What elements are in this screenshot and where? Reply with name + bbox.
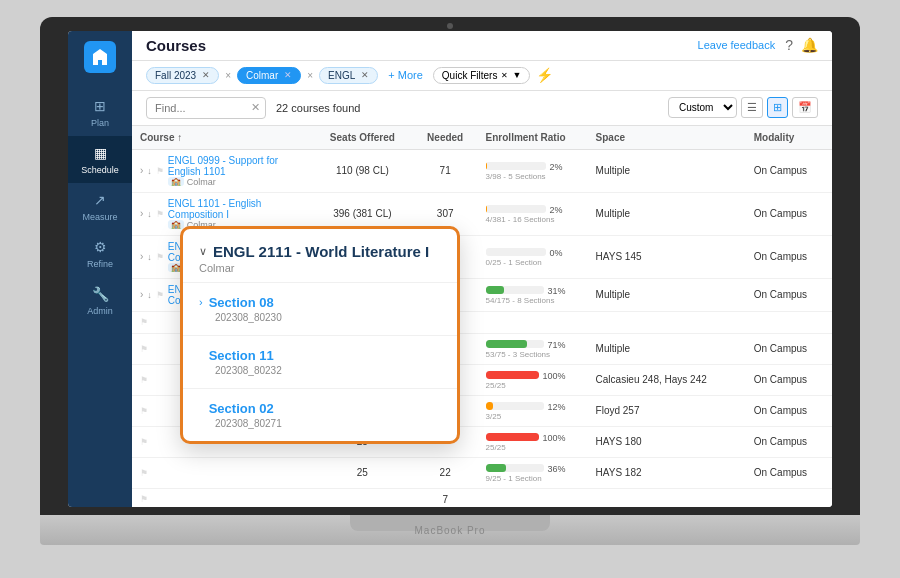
filter-chip-colmar[interactable]: Colmar ✕	[237, 67, 301, 84]
sidebar-item-admin[interactable]: 🔧 Admin	[68, 277, 132, 324]
row-expand-icon[interactable]: ›	[140, 251, 143, 262]
ratio-sub: 3/25	[486, 412, 566, 421]
quick-filters-button[interactable]: Quick Filters ✕ ▼	[433, 67, 530, 84]
ratio-cell: 2% 3/98 - 5 Sections	[478, 149, 588, 192]
ratio-label: 100%	[543, 371, 566, 381]
space-cell	[588, 311, 746, 333]
search-clear-icon[interactable]: ✕	[251, 101, 260, 114]
ratio-bar: 0% 0/25 - 1 Section	[486, 247, 566, 267]
ratio-label: 2%	[550, 162, 563, 172]
popup-section-code: 202308_80230	[215, 312, 441, 323]
ratio-sub: 25/25	[486, 381, 566, 390]
popup-section-code: 202308_80232	[215, 365, 441, 376]
popup-section-11[interactable]: › Section 11 202308_80232	[183, 336, 457, 389]
flag-icon: ⚑	[156, 290, 164, 300]
filter-chip-label: Colmar	[246, 70, 278, 81]
popup-section-name: Section 08	[209, 295, 274, 310]
row-expand-icon[interactable]: ›	[140, 289, 143, 300]
course-cell: ⚑	[132, 457, 312, 488]
row-flag-icon: ⚑	[140, 494, 148, 504]
popup-section-08[interactable]: › Section 08 202308_80230	[183, 283, 457, 336]
sidebar-item-refine[interactable]: ⚙ Refine	[68, 230, 132, 277]
leave-feedback-link[interactable]: Leave feedback	[698, 39, 776, 51]
ratio-cell: 31% 54/175 - 8 Sections	[478, 278, 588, 311]
ratio-cell: 71% 53/75 - 3 Sections	[478, 333, 588, 364]
modality-cell: On Campus	[746, 333, 832, 364]
notification-icon[interactable]: 🔔	[801, 37, 818, 53]
ratio-sub: 9/25 - 1 Section	[486, 474, 566, 483]
screen: ⊞ Plan ▦ Schedule ↗ Measure ⚙ Refine 🔧	[68, 31, 832, 507]
ratio-label: 36%	[548, 464, 566, 474]
view-controls: Custom ☰ ⊞ 📅	[668, 97, 818, 118]
filter-separator: ×	[225, 70, 231, 81]
space-cell: Multiple	[588, 333, 746, 364]
ratio-sub: 54/175 - 8 Sections	[486, 296, 566, 305]
ratio-sub: 0/25 - 1 Section	[486, 258, 566, 267]
row-expand-icon[interactable]: ›	[140, 208, 143, 219]
table-row[interactable]: ⚑ 2522 36% 9/25 - 1 Section HAYS 182On C…	[132, 457, 832, 488]
grid-view-button[interactable]: ⊞	[767, 97, 788, 118]
space-cell: Calcasieu 248, Hays 242	[588, 364, 746, 395]
modality-cell	[746, 311, 832, 333]
app-logo[interactable]	[84, 41, 116, 73]
modality-cell	[746, 488, 832, 507]
sidebar-item-measure[interactable]: ↗ Measure	[68, 183, 132, 230]
sidebar-item-schedule[interactable]: ▦ Schedule	[68, 136, 132, 183]
popup-course-title: ENGL 2111 - World Literature I	[213, 243, 429, 260]
ratio-bar-bg	[486, 286, 544, 294]
space-cell: HAYS 182	[588, 457, 746, 488]
sidebar-item-plan[interactable]: ⊞ Plan	[68, 89, 132, 136]
results-count: 22 courses found	[276, 102, 360, 114]
sort-down-icon: ↓	[147, 290, 152, 300]
row-flag-icon: ⚑	[140, 468, 148, 478]
laptop-notch	[350, 515, 550, 531]
more-filters-button[interactable]: + More	[388, 69, 423, 81]
flag-icon: ⚑	[156, 166, 164, 176]
sidebar-item-label: Plan	[91, 118, 109, 128]
laptop-base	[40, 515, 860, 545]
ratio-bar-fill	[486, 464, 507, 472]
filter-settings-icon[interactable]: ⚡	[536, 67, 553, 83]
col-course: Course ↑	[132, 126, 312, 150]
quick-filters-x[interactable]: ✕	[501, 71, 508, 80]
top-bar-icons: ? 🔔	[785, 37, 818, 53]
ratio-bar-fill	[486, 162, 487, 170]
list-view-button[interactable]: ☰	[741, 97, 763, 118]
ratio-cell	[478, 311, 588, 333]
ratio-label: 71%	[548, 340, 566, 350]
modality-cell: On Campus	[746, 395, 832, 426]
ratio-sub: 53/75 - 3 Sections	[486, 350, 566, 359]
search-input[interactable]	[146, 97, 266, 119]
ratio-sub: 4/381 - 16 Sections	[486, 215, 566, 224]
row-expand-icon[interactable]: ›	[140, 165, 143, 176]
col-space: Space	[588, 126, 746, 150]
ratio-cell: 2% 4/381 - 16 Sections	[478, 192, 588, 235]
page-title: Courses	[146, 37, 206, 54]
course-cell: ⚑	[132, 488, 312, 507]
filter-chip-engl[interactable]: ENGL ✕	[319, 67, 378, 84]
ratio-cell: 12% 3/25	[478, 395, 588, 426]
filter-chip-remove[interactable]: ✕	[284, 70, 292, 80]
filter-chip-fall2023[interactable]: Fall 2023 ✕	[146, 67, 219, 84]
course-cell: › ↓ ⚑ ENGL 0999 - Support for English 11…	[132, 149, 312, 192]
flag-icon: ⚑	[156, 209, 164, 219]
popup-section-02[interactable]: › Section 02 202308_80271	[183, 389, 457, 441]
sort-icon[interactable]: ↑	[177, 132, 182, 143]
help-icon[interactable]: ?	[785, 37, 793, 53]
ratio-bar-bg	[486, 162, 546, 170]
popup-collapse-icon[interactable]: ∨	[199, 245, 207, 258]
ratio-bar-fill	[486, 340, 527, 348]
sidebar-item-label: Schedule	[81, 165, 119, 175]
top-bar-right: Leave feedback ? 🔔	[698, 37, 818, 53]
ratio-cell: 100% 25/25	[478, 364, 588, 395]
custom-view-select[interactable]: Custom	[668, 97, 737, 118]
calendar-view-button[interactable]: 📅	[792, 97, 818, 118]
modality-cell: On Campus	[746, 192, 832, 235]
camera	[447, 23, 453, 29]
popup-section-header: › Section 08	[199, 295, 441, 310]
table-row[interactable]: ⚑ 7	[132, 488, 832, 507]
filter-chip-remove[interactable]: ✕	[361, 70, 369, 80]
filter-chip-remove[interactable]: ✕	[202, 70, 210, 80]
col-course-label: Course	[140, 132, 174, 143]
table-row[interactable]: › ↓ ⚑ ENGL 0999 - Support for English 11…	[132, 149, 832, 192]
